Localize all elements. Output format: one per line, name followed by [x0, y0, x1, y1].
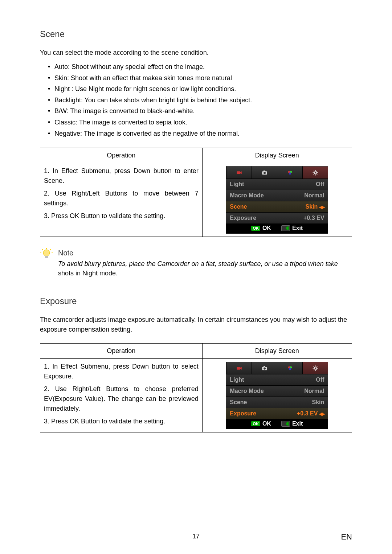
menu-value: Skin◀▶: [306, 204, 324, 210]
scene-bullet-list: Auto: Shoot without any special effect o…: [40, 61, 352, 139]
scene-operation-steps: 1. In Effect Submenu, press Down button …: [40, 163, 203, 237]
lightbulb-icon: [40, 248, 53, 261]
menu-row-macro-mode: Macro Mode Normal: [226, 385, 328, 397]
tab-photo-icon: [252, 362, 277, 374]
svg-line-21: [42, 249, 43, 250]
svg-point-7: [314, 172, 317, 174]
left-right-arrows-icon: ◀▶: [319, 205, 324, 210]
svg-point-6: [289, 172, 291, 175]
svg-rect-0: [237, 171, 240, 174]
exposure-heading: Exposure: [40, 296, 352, 306]
tab-settings-icon: [302, 166, 328, 178]
scene-bullet: B/W: The image is converted to black-and…: [40, 106, 352, 117]
svg-line-36: [317, 369, 317, 370]
scene-heading: Scene: [40, 29, 352, 39]
tab-video-icon: [226, 166, 252, 178]
ok-badge-icon: OK: [251, 421, 260, 426]
scene-bullet: Backlight: You can take shots when brigh…: [40, 95, 352, 106]
menu-row-macro-mode: Macro Mode Normal: [226, 190, 328, 201]
menu-row-exposure: Exposure +0.3 EV◀▶: [226, 408, 328, 419]
exit-badge-icon: [281, 225, 290, 231]
menu-row-scene: Scene Skin◀▶: [226, 201, 328, 212]
menu-label: Exposure: [230, 215, 256, 221]
svg-line-15: [317, 171, 317, 171]
svg-line-35: [314, 366, 314, 367]
svg-rect-3: [264, 171, 265, 172]
menu-label: Scene: [230, 399, 247, 406]
svg-point-29: [289, 368, 291, 370]
menu-value: Normal: [304, 388, 324, 394]
scene-bullet: Night : Use Night mode for night scenes …: [40, 83, 352, 95]
scene-step: 3. Press OK Button to validate the setti…: [44, 211, 199, 221]
exposure-display-screen: Light Off Macro Mode Normal Scene Skin: [226, 362, 328, 429]
scene-bullet: Negative: The image is converted as the …: [40, 128, 352, 139]
tab-effect-icon: [277, 362, 302, 374]
menu-label: Light: [230, 377, 244, 383]
svg-point-2: [264, 172, 266, 174]
svg-line-12: [314, 171, 314, 171]
svg-line-37: [314, 369, 314, 370]
menu-value: Normal: [304, 192, 324, 199]
page-number: 17: [0, 533, 392, 540]
exposure-table: Operation Display Screen 1. In Effect Su…: [40, 343, 352, 432]
tab-video-icon: [226, 362, 252, 374]
exposure-step: 1. In Effect Submenu, press Down button …: [44, 362, 199, 381]
svg-line-22: [50, 249, 51, 250]
note-block: Note To avoid blurry pictures, place the…: [40, 248, 352, 278]
svg-line-14: [314, 174, 314, 175]
tab-settings-icon: [302, 362, 328, 374]
scene-display-screen: Light Off Macro Mode Normal Scene Skin◀▶: [226, 166, 328, 234]
svg-point-16: [43, 250, 50, 256]
menu-row-light: Light Off: [226, 374, 328, 385]
exposure-intro: The camcorder adjusts image exposure aut…: [40, 315, 352, 335]
scene-bullet: Skin: Shoot with an effect that makea sk…: [40, 73, 352, 84]
tab-effect-icon: [277, 166, 302, 178]
exposure-operation-steps: 1. In Effect Submenu, press Down button …: [40, 359, 203, 432]
scene-table: Operation Display Screen 1. In Effect Su…: [40, 148, 352, 237]
menu-value: +0.3 EV◀▶: [297, 410, 324, 417]
exit-button-hint: Exit: [281, 225, 303, 231]
note-title: Note: [58, 248, 352, 258]
svg-line-38: [317, 366, 317, 367]
scene-intro: You can select the mode according to the…: [40, 48, 352, 58]
tab-photo-icon: [252, 166, 277, 178]
menu-value: Skin: [312, 399, 324, 406]
scene-step: 2. Use Right/Left Buttons to move betwee…: [44, 189, 199, 208]
table-header-operation: Operation: [40, 148, 203, 163]
svg-rect-23: [237, 367, 240, 370]
menu-value: Off: [316, 181, 324, 188]
scene-bullet: Classic: The image is converted to sepia…: [40, 117, 352, 128]
menu-value: Off: [316, 377, 324, 383]
menu-label: Macro Mode: [230, 388, 264, 394]
scene-bullet: Auto: Shoot without any special effect o…: [40, 61, 352, 73]
exposure-step: 3. Press OK Button to validate the setti…: [44, 416, 199, 426]
svg-rect-26: [264, 366, 265, 367]
exit-button-hint: Exit: [281, 420, 303, 427]
svg-rect-17: [45, 256, 48, 258]
menu-label: Scene: [230, 204, 247, 210]
language-tag: EN: [341, 532, 352, 542]
note-plain-text: shots in Night mode.: [58, 270, 118, 277]
menu-row-scene: Scene Skin: [226, 397, 328, 408]
exposure-step: 2. Use Right/Left Buttons to choose pref…: [44, 384, 199, 414]
left-right-arrows-icon: ◀▶: [319, 411, 324, 416]
ok-badge-icon: OK: [251, 226, 260, 231]
svg-point-30: [314, 367, 317, 369]
scene-step: 1. In Effect Submenu, press Down button …: [44, 166, 199, 186]
menu-label: Macro Mode: [230, 192, 264, 199]
menu-row-exposure: Exposure +0.3 EV: [226, 212, 328, 223]
svg-line-13: [317, 174, 317, 175]
note-italic-text: To avoid blurry pictures, place the Camc…: [58, 260, 338, 267]
menu-value: +0.3 EV: [303, 215, 324, 221]
menu-row-light: Light Off: [226, 178, 328, 190]
menu-label: Exposure: [230, 410, 256, 417]
manual-page: Scene You can select the mode according …: [0, 0, 392, 554]
menu-label: Light: [230, 181, 244, 188]
exit-badge-icon: [281, 421, 290, 427]
table-header-operation: Operation: [40, 344, 203, 359]
table-header-display: Display Screen: [202, 148, 352, 163]
ok-button-hint: OKOK: [251, 420, 271, 427]
svg-point-25: [264, 368, 266, 370]
ok-button-hint: OKOK: [251, 225, 271, 231]
table-header-display: Display Screen: [202, 344, 352, 359]
